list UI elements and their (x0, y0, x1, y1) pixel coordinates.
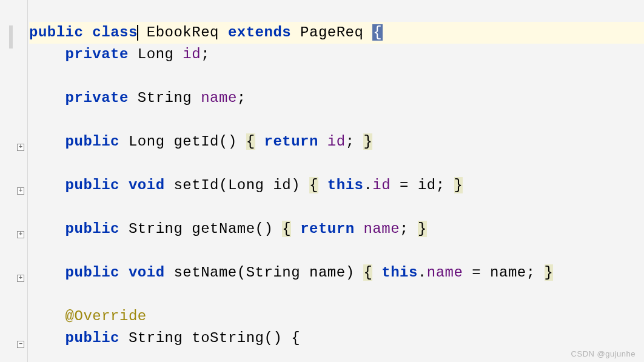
code-line-blank[interactable] (29, 153, 644, 175)
code-line-setname[interactable]: public void setName(String name) { this.… (29, 262, 644, 284)
keyword-public: public (65, 221, 119, 237)
class-name: EbookReq (147, 24, 219, 41)
keyword-return: return (300, 221, 354, 237)
annotation-override: @Override (65, 308, 147, 324)
brace: { (246, 133, 255, 150)
brace: { (282, 221, 291, 237)
code-line-field-name[interactable]: private String name; (29, 87, 644, 109)
fold-icon[interactable] (17, 275, 24, 282)
keyword-private: private (65, 46, 129, 62)
keyword-public: public (65, 133, 119, 150)
brace: } (454, 177, 463, 193)
method-setname: setName (173, 264, 236, 281)
keyword-public: public (65, 330, 119, 346)
method-getname: getName (192, 221, 255, 237)
keyword-this: this (381, 264, 418, 281)
type-string: String (129, 330, 183, 346)
brace: } (418, 221, 427, 237)
brace: } (545, 264, 554, 281)
keyword-private: private (65, 90, 129, 106)
keyword-void: void (129, 264, 165, 281)
type-long: Long (138, 46, 174, 62)
fold-icon-expanded[interactable] (17, 341, 24, 348)
line-marker (9, 25, 13, 49)
method-setid: setId (173, 177, 219, 193)
gutter (0, 0, 28, 362)
fold-icon[interactable] (17, 187, 24, 195)
code-line-setid[interactable]: public void setId(Long id) { this.id = i… (29, 175, 644, 196)
brace: } (363, 133, 372, 150)
method-tostring: toString (192, 330, 264, 346)
keyword-extends: extends (228, 24, 291, 41)
code-line-class-decl[interactable]: public class EbookReq extends PageReq { (29, 22, 644, 44)
code-line-blank[interactable] (29, 109, 644, 131)
text-cursor (137, 25, 138, 41)
field-id: id (183, 46, 201, 62)
field-name: name (363, 221, 400, 237)
keyword-public: public (65, 177, 119, 193)
brace: { (363, 264, 372, 281)
semicolon: ; (201, 46, 210, 62)
watermark: CSDN @gujunhe (571, 349, 636, 358)
method-getid: getId (173, 133, 219, 150)
code-line-override[interactable]: @Override (29, 306, 644, 327)
brace: { (309, 177, 318, 193)
field-name: name (201, 90, 237, 106)
type-long: Long (129, 133, 165, 150)
code-line-field-id[interactable]: private Long id; (29, 44, 644, 65)
code-line-blank[interactable] (29, 196, 644, 218)
keyword-class: class (92, 24, 138, 41)
code-line-blank[interactable] (29, 65, 644, 87)
code-line-getname[interactable]: public String getName() { return name; } (29, 218, 644, 240)
fold-icon[interactable] (17, 144, 24, 151)
type-string: String (129, 221, 183, 237)
keyword-public: public (29, 24, 83, 41)
keyword-this: this (327, 177, 364, 193)
code-area[interactable]: public class EbookReq extends PageReq { … (28, 0, 644, 362)
code-line-blank[interactable] (29, 240, 644, 262)
keyword-public: public (65, 264, 119, 281)
code-line-blank[interactable] (29, 284, 644, 306)
keyword-return: return (264, 133, 318, 150)
code-editor[interactable]: public class EbookReq extends PageReq { … (0, 0, 644, 362)
field-id: id (327, 133, 346, 150)
fold-icon[interactable] (17, 231, 24, 238)
parent-class: PageReq (300, 24, 363, 41)
brace-highlight: { (372, 24, 383, 41)
code-line-tostring[interactable]: public String toString() { (29, 327, 644, 349)
type-string: String (138, 90, 192, 106)
code-line-getid[interactable]: public Long getId() { return id; } (29, 131, 644, 153)
keyword-void: void (129, 177, 165, 193)
code-line[interactable] (29, 0, 644, 22)
semicolon: ; (237, 90, 246, 106)
